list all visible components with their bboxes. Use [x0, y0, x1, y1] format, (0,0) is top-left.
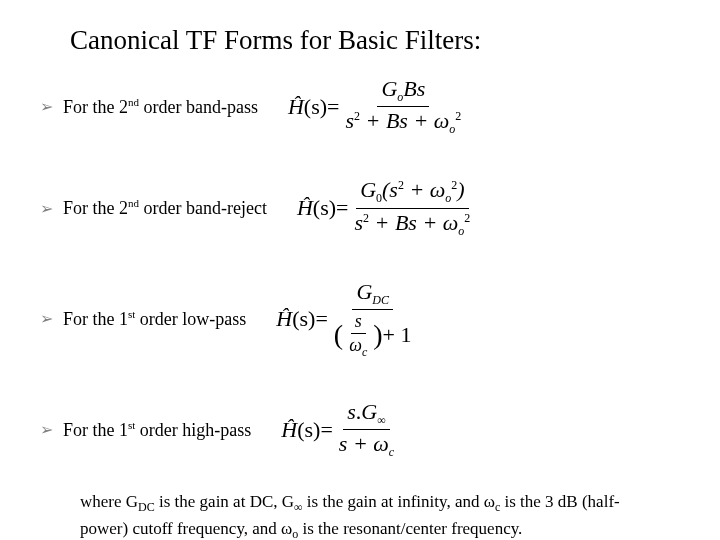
bullet-label: For the 1st order high-pass [63, 419, 251, 441]
equation-highpass: Ĥ(s) = s.G∞ s + ωc [251, 399, 690, 460]
chevron-right-icon: ➢ [40, 97, 53, 116]
equation-bandpass: Ĥ(s) = GoBs s2 + Bs + ωo2 [258, 76, 690, 137]
equation-lowpass: Ĥ(s) = GDC ( s ωc ) + 1 [246, 279, 690, 359]
bullet-lowpass: ➢ For the 1st order low-pass Ĥ(s) = GDC … [30, 279, 690, 359]
slide-title: Canonical TF Forms for Basic Filters: [70, 25, 690, 56]
bullet-label: For the 1st order low-pass [63, 308, 246, 330]
chevron-right-icon: ➢ [40, 420, 53, 439]
chevron-right-icon: ➢ [40, 199, 53, 218]
bullet-bandreject: ➢ For the 2nd order band-reject Ĥ(s) = G… [30, 177, 690, 238]
bullet-label: For the 2nd order band-pass [63, 96, 258, 118]
footnote: where GDC is the gain at DC, G∞ is the g… [80, 490, 660, 540]
chevron-right-icon: ➢ [40, 309, 53, 328]
bullet-bandpass: ➢ For the 2nd order band-pass Ĥ(s) = GoB… [30, 76, 690, 137]
equation-bandreject: Ĥ(s) = G0(s2 + ωo2) s2 + Bs + ωo2 [267, 177, 690, 238]
slide: Canonical TF Forms for Basic Filters: ➢ … [0, 0, 720, 540]
bullet-label: For the 2nd order band-reject [63, 197, 267, 219]
bullet-highpass: ➢ For the 1st order high-pass Ĥ(s) = s.G… [30, 399, 690, 460]
